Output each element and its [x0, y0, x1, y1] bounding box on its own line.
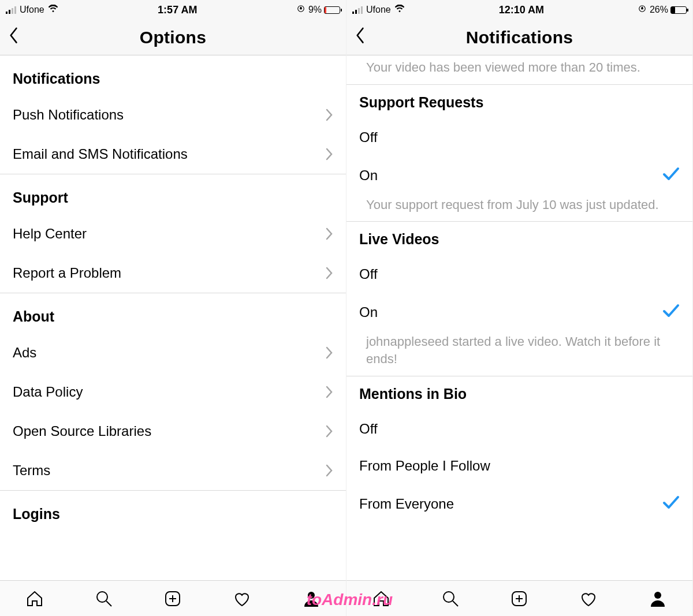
nav-header: Options — [0, 20, 346, 55]
battery-pct: 9% — [308, 5, 322, 15]
tab-bar — [0, 580, 346, 616]
row-data-policy[interactable]: Data Policy — [0, 372, 346, 412]
chevron-right-icon — [325, 267, 333, 279]
option-live-on[interactable]: On — [346, 293, 692, 332]
row-label: Terms — [13, 462, 50, 479]
notifications-content[interactable]: Your video has been viewed more than 20 … — [346, 55, 692, 580]
option-mentions-follow[interactable]: From People I Follow — [346, 447, 692, 484]
option-live-off[interactable]: Off — [346, 256, 692, 293]
option-support-on[interactable]: On — [346, 156, 692, 195]
right-phone: Ufone 12:10 AM 26% Notifications Your vi… — [346, 0, 693, 616]
battery-pct: 26% — [650, 5, 668, 15]
tab-home[interactable] — [371, 588, 392, 609]
svg-point-6 — [308, 592, 315, 599]
checkmark-icon — [662, 166, 680, 185]
chevron-right-icon — [325, 386, 333, 398]
chevron-right-icon — [325, 464, 333, 477]
battery-indicator: 26% — [650, 5, 687, 15]
tab-new-post[interactable] — [162, 588, 183, 609]
option-support-off[interactable]: Off — [346, 119, 692, 156]
live-note: johnappleseed started a live video. Watc… — [346, 332, 692, 375]
option-mentions-everyone[interactable]: From Everyone — [346, 484, 692, 524]
option-label: From Everyone — [359, 496, 454, 512]
clock: 12:10 AM — [499, 4, 544, 16]
row-label: Help Center — [13, 226, 87, 242]
option-label: From People I Follow — [359, 458, 490, 474]
section-mentions: Mentions in Bio — [346, 376, 692, 410]
row-help-center[interactable]: Help Center — [0, 214, 346, 253]
row-label: Data Policy — [13, 384, 83, 400]
chevron-right-icon — [325, 227, 333, 240]
section-notifications: Notifications — [0, 55, 346, 95]
rotation-lock-icon — [638, 4, 646, 16]
tab-activity[interactable] — [578, 588, 599, 609]
svg-point-13 — [654, 592, 661, 599]
section-support: Support — [0, 174, 346, 214]
status-bar: Ufone 12:10 AM 26% — [346, 0, 692, 20]
option-label: Off — [359, 421, 378, 437]
row-push-notifications[interactable]: Push Notifications — [0, 95, 346, 135]
page-title: Notifications — [466, 28, 573, 47]
back-button[interactable] — [355, 27, 366, 46]
tab-search[interactable] — [94, 588, 114, 609]
checkmark-icon — [662, 495, 680, 513]
row-label: Report a Problem — [13, 265, 121, 281]
tab-activity[interactable] — [232, 588, 252, 609]
tab-search[interactable] — [440, 588, 461, 609]
svg-point-8 — [444, 592, 454, 602]
row-terms[interactable]: Terms — [0, 451, 346, 490]
section-logins: Logins — [0, 491, 346, 531]
options-content[interactable]: Notifications Push Notifications Email a… — [0, 55, 346, 580]
row-open-source[interactable]: Open Source Libraries — [0, 412, 346, 451]
tab-bar — [346, 580, 692, 616]
row-label: Push Notifications — [13, 107, 124, 123]
clock: 1:57 AM — [158, 4, 197, 16]
carrier-label: Ufone — [366, 5, 391, 15]
battery-indicator: 9% — [308, 5, 340, 15]
option-label: Off — [359, 266, 378, 282]
page-title: Options — [140, 28, 206, 47]
tab-profile[interactable] — [647, 588, 668, 609]
checkmark-icon — [662, 303, 680, 322]
signal-icon — [6, 6, 16, 14]
svg-line-2 — [106, 601, 111, 606]
row-label: Open Source Libraries — [13, 423, 151, 439]
support-note: Your support request from July 10 was ju… — [346, 195, 692, 222]
signal-icon — [352, 6, 363, 14]
tab-new-post[interactable] — [509, 588, 530, 609]
chevron-right-icon — [325, 109, 333, 121]
wifi-icon — [394, 4, 405, 16]
chevron-right-icon — [325, 346, 333, 359]
row-email-sms-notifications[interactable]: Email and SMS Notifications — [0, 135, 346, 174]
option-mentions-off[interactable]: Off — [346, 410, 692, 447]
row-label: Email and SMS Notifications — [13, 146, 188, 162]
back-button[interactable] — [8, 27, 20, 46]
option-label: On — [359, 304, 378, 320]
option-label: Off — [359, 129, 378, 145]
row-label: Ads — [13, 345, 36, 361]
chevron-right-icon — [325, 148, 333, 160]
rotation-lock-icon — [297, 4, 305, 16]
status-bar: Ufone 1:57 AM 9% — [0, 0, 346, 20]
tab-home[interactable] — [24, 588, 45, 609]
left-phone: Ufone 1:57 AM 9% Options Notifications P… — [0, 0, 346, 616]
nav-header: Notifications — [346, 20, 692, 55]
chevron-right-icon — [325, 425, 333, 438]
row-ads[interactable]: Ads — [0, 333, 346, 372]
section-support-requests: Support Requests — [346, 85, 692, 119]
option-label: On — [359, 167, 378, 184]
section-about: About — [0, 293, 346, 333]
tab-profile[interactable] — [301, 588, 322, 609]
section-live-videos: Live Videos — [346, 222, 692, 256]
svg-point-1 — [97, 592, 107, 602]
wifi-icon — [48, 4, 58, 16]
lead-note: Your video has been viewed more than 20 … — [346, 55, 692, 84]
svg-line-9 — [453, 601, 458, 606]
row-report-problem[interactable]: Report a Problem — [0, 253, 346, 293]
carrier-label: Ufone — [20, 5, 44, 15]
